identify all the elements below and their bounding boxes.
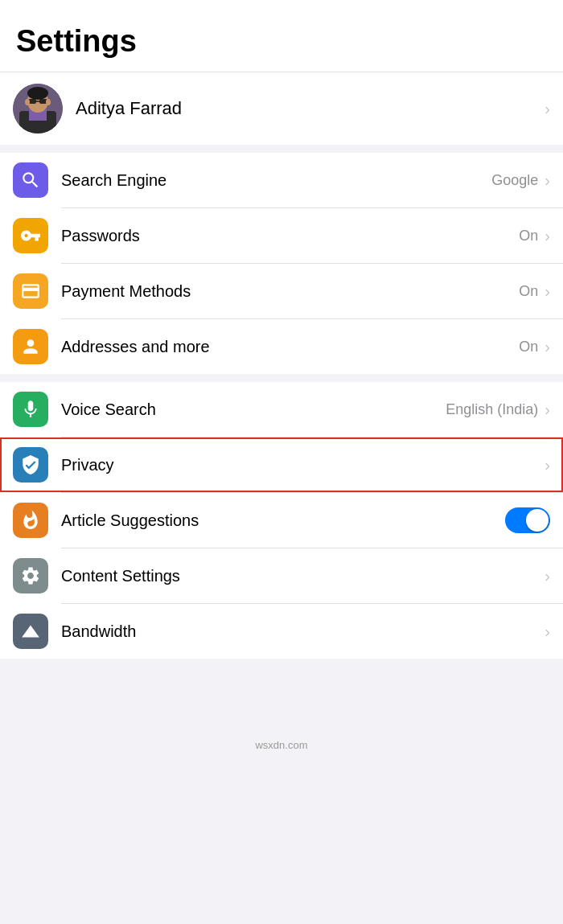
article-suggestions-icon-wrap	[13, 503, 48, 538]
avatar	[13, 84, 63, 133]
voice-search-icon-wrap	[13, 392, 48, 427]
addresses-icon-wrap	[13, 329, 48, 364]
article-suggestions-row[interactable]: Article Suggestions	[0, 493, 563, 548]
privacy-label: Privacy	[61, 456, 538, 474]
voice-search-chevron: ›	[545, 400, 550, 419]
person-icon	[20, 336, 41, 357]
search-engine-row[interactable]: Search Engine Google ›	[0, 153, 563, 207]
payment-methods-icon-wrap	[13, 273, 48, 309]
content-settings-row[interactable]: Content Settings ›	[0, 548, 563, 603]
bandwidth-icon-wrap	[13, 614, 48, 649]
content-settings-icon-wrap	[13, 558, 48, 593]
passwords-chevron: ›	[545, 227, 550, 245]
passwords-row[interactable]: Passwords On ›	[0, 208, 563, 263]
profile-name: Aditya Farrad	[76, 98, 543, 119]
search-engine-chevron: ›	[545, 171, 550, 190]
svg-marker-10	[22, 625, 39, 637]
voice-search-value: English (India)	[446, 401, 538, 418]
watermark: wsxdn.com	[0, 723, 563, 767]
content-settings-chevron: ›	[545, 567, 550, 585]
payment-icon	[20, 281, 41, 302]
voice-search-row[interactable]: Voice Search English (India) ›	[0, 382, 563, 437]
payment-methods-label: Payment Methods	[61, 282, 519, 301]
privacy-row[interactable]: Privacy ›	[0, 437, 563, 492]
bandwidth-chevron: ›	[545, 622, 550, 641]
flame-icon	[20, 510, 41, 531]
svg-point-9	[46, 99, 51, 105]
profile-chevron: ›	[545, 100, 550, 118]
search-engine-icon-wrap	[13, 162, 48, 198]
bandwidth-label: Bandwidth	[61, 622, 538, 641]
passwords-value: On	[519, 228, 538, 244]
passwords-icon-wrap	[13, 218, 48, 253]
search-engine-label: Search Engine	[61, 171, 491, 190]
payment-methods-chevron: ›	[545, 282, 550, 301]
article-suggestions-toggle[interactable]	[505, 507, 550, 533]
search-icon	[20, 170, 41, 191]
bandwidth-row[interactable]: Bandwidth ›	[0, 604, 563, 659]
payment-methods-row[interactable]: Payment Methods On ›	[0, 264, 563, 318]
privacy-icon-wrap	[13, 447, 48, 483]
autofill-section: Search Engine Google › Passwords On › Pa…	[0, 153, 563, 374]
addresses-chevron: ›	[545, 338, 550, 356]
addresses-value: On	[519, 339, 538, 355]
passwords-label: Passwords	[61, 227, 519, 245]
addresses-label: Addresses and more	[61, 338, 519, 356]
privacy-chevron: ›	[545, 456, 550, 474]
mic-icon	[20, 399, 41, 420]
addresses-row[interactable]: Addresses and more On ›	[0, 319, 563, 374]
profile-row[interactable]: Aditya Farrad ›	[0, 72, 563, 145]
page-title: Settings	[0, 0, 563, 72]
voice-search-label: Voice Search	[61, 400, 446, 419]
svg-point-4	[27, 87, 48, 100]
key-icon	[20, 225, 41, 246]
gear-icon	[20, 565, 41, 586]
bandwidth-icon	[20, 621, 41, 642]
payment-methods-value: On	[519, 283, 538, 300]
search-engine-value: Google	[491, 172, 538, 189]
article-suggestions-label: Article Suggestions	[61, 511, 505, 530]
browser-section: Voice Search English (India) › Privacy ›…	[0, 382, 563, 659]
svg-point-8	[25, 99, 30, 105]
shield-icon	[20, 454, 41, 475]
content-settings-label: Content Settings	[61, 567, 538, 585]
